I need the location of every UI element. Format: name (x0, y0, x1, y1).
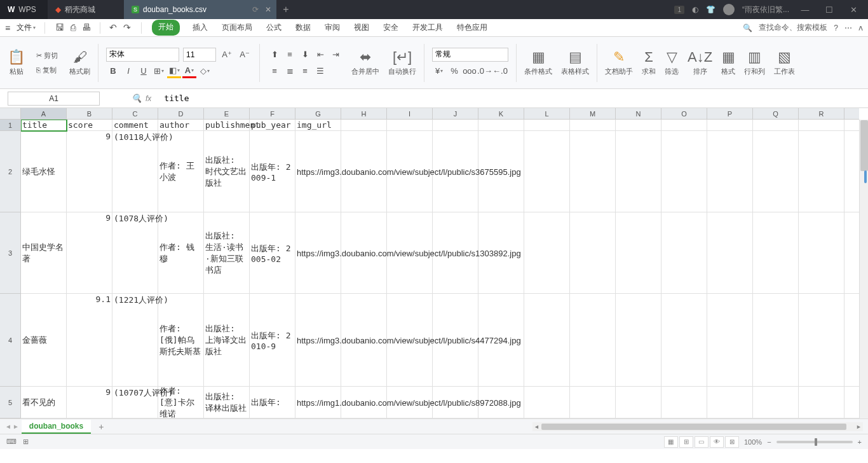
username[interactable]: “雨夜依旧繁... (742, 4, 789, 15)
fx-icon[interactable]: fx (146, 94, 151, 103)
col-header-O[interactable]: O (661, 108, 707, 119)
cell[interactable]: https://img3.doubanio.com/view/subject/l… (295, 131, 341, 212)
zoom-slider[interactable] (776, 441, 853, 443)
tab-insert[interactable]: 插入 (191, 20, 209, 36)
italic-button[interactable]: I (121, 64, 135, 78)
cell[interactable]: 出版社: 时代文艺出版社 (204, 131, 250, 212)
col-header-H[interactable]: H (341, 108, 387, 119)
cell[interactable] (433, 120, 478, 131)
avatar[interactable] (723, 4, 735, 15)
format-button[interactable]: ▦格式 (719, 48, 738, 78)
cell[interactable]: comment (112, 120, 158, 131)
wps-home-tab[interactable]: W WPS (0, 0, 48, 19)
underline-button[interactable]: U (137, 64, 151, 78)
cell[interactable]: 中国史学名著 (21, 212, 67, 294)
align-middle-icon[interactable]: ≡ (283, 48, 297, 62)
paste-button[interactable]: 📋粘贴 (5, 48, 27, 78)
row-header-2[interactable]: 2 (0, 131, 20, 212)
tab-start[interactable]: 开始 (152, 20, 180, 36)
search-text[interactable]: 查找命令、搜索模板 (759, 22, 827, 33)
horizontal-scroll-thumb[interactable] (541, 424, 846, 430)
align-right-icon[interactable]: ≡ (298, 64, 312, 78)
tab-security[interactable]: 安全 (382, 20, 400, 36)
tab-close-icon[interactable]: ✕ (265, 5, 271, 14)
indent-right-icon[interactable]: ⇥ (329, 48, 342, 62)
percent-icon[interactable]: % (447, 64, 461, 78)
currency-icon[interactable]: ¥ (432, 64, 446, 78)
print-preview-icon[interactable]: ⎙ (71, 22, 76, 34)
cell[interactable]: pub_year (250, 120, 295, 131)
cell[interactable] (661, 294, 707, 387)
tab-refresh-icon[interactable]: ⟳ (252, 5, 259, 14)
cell[interactable] (387, 120, 433, 131)
cell[interactable] (570, 131, 616, 212)
redo-icon[interactable]: ↷ (123, 22, 131, 34)
col-header-I[interactable]: I (387, 108, 433, 119)
cell[interactable] (707, 387, 753, 418)
undo-icon[interactable]: ↶ (109, 22, 117, 34)
cell[interactable]: https://img3.doubanio.com/view/subject/l… (295, 212, 341, 294)
cell[interactable] (753, 120, 799, 131)
cell[interactable]: 作者: 钱穆 (158, 212, 204, 294)
row-header-3[interactable]: 3 (0, 212, 20, 294)
cell[interactable] (753, 212, 799, 294)
number-format-select[interactable] (432, 48, 508, 62)
align-left-icon[interactable]: ≡ (268, 64, 281, 78)
cell[interactable]: 出版社: 上海译文出版社 (204, 294, 250, 387)
moon-icon[interactable]: ◐ (692, 5, 698, 14)
document-tab-active[interactable]: S douban_books.csv ⟳ ✕ (124, 0, 276, 19)
cell[interactable]: 绿毛水怪 (21, 131, 67, 212)
cell[interactable]: 金蔷薇 (21, 294, 67, 387)
size-select[interactable] (183, 48, 216, 62)
cell[interactable] (616, 131, 661, 212)
cell[interactable] (616, 212, 661, 294)
cell[interactable] (661, 212, 707, 294)
col-header-Q[interactable]: Q (753, 108, 799, 119)
clear-format-button[interactable]: ◇ (198, 64, 212, 78)
cells-area[interactable]: titlescorecommentauthorpublishmentpub_ye… (21, 120, 859, 418)
horizontal-scrollbar[interactable]: ◄ ► (532, 422, 863, 431)
cell[interactable]: 9 (67, 131, 112, 212)
cell[interactable] (799, 294, 844, 387)
name-box[interactable]: A1 (8, 92, 100, 106)
cell[interactable]: 出版年: 2009-1 (250, 131, 295, 212)
col-header-M[interactable]: M (570, 108, 616, 119)
sheet-nav-arrows[interactable]: ◄► (5, 423, 19, 430)
cell[interactable]: (1221人评价) (112, 294, 158, 387)
cell[interactable] (799, 212, 844, 294)
formula-bar[interactable] (151, 92, 868, 106)
col-header-E[interactable]: E (204, 108, 250, 119)
cell[interactable]: (1078人评价) (112, 212, 158, 294)
cell[interactable]: 9.1 (67, 294, 112, 387)
worksheet-button[interactable]: ▧工作表 (771, 48, 797, 78)
sum-button[interactable]: Σ求和 (639, 48, 658, 78)
wrap-text-button[interactable]: [↵]自动换行 (386, 48, 419, 78)
new-tab-button[interactable]: + (276, 4, 295, 15)
reading-view-icon[interactable]: ▭ (695, 436, 709, 448)
zoom-value[interactable]: 100% (744, 438, 762, 446)
cond-format-button[interactable]: ▦条件格式 (522, 48, 555, 78)
status-icon[interactable]: ⊞ (23, 438, 29, 446)
tab-formula[interactable]: 公式 (265, 20, 283, 36)
cell[interactable] (478, 120, 524, 131)
row-headers[interactable]: 12345 (0, 120, 21, 418)
increase-decimal-icon[interactable]: .0→ (478, 64, 492, 78)
file-menu[interactable]: 文件▾ (13, 22, 39, 33)
cell[interactable]: https://img1.doubanio.com/view/subject/l… (295, 387, 341, 418)
cell[interactable] (753, 131, 799, 212)
cell[interactable]: 作者: [意]卡尔维诺 (158, 387, 204, 418)
border-button[interactable]: ⊞ (152, 64, 166, 78)
col-header-F[interactable]: F (250, 108, 295, 119)
save-icon[interactable]: 🖫 (55, 22, 64, 34)
cell[interactable] (661, 120, 707, 131)
row-header-5[interactable]: 5 (0, 387, 20, 418)
align-top-icon[interactable]: ⬆ (268, 48, 281, 62)
cell[interactable] (661, 387, 707, 418)
cell[interactable] (707, 120, 753, 131)
print-icon[interactable]: 🖶 (82, 22, 91, 34)
cell[interactable]: 出版年: (250, 387, 295, 418)
cell[interactable] (570, 387, 616, 418)
cell[interactable]: author (158, 120, 204, 131)
indent-left-icon[interactable]: ⇤ (313, 48, 327, 62)
vertical-scroll-thumb[interactable] (860, 120, 868, 171)
